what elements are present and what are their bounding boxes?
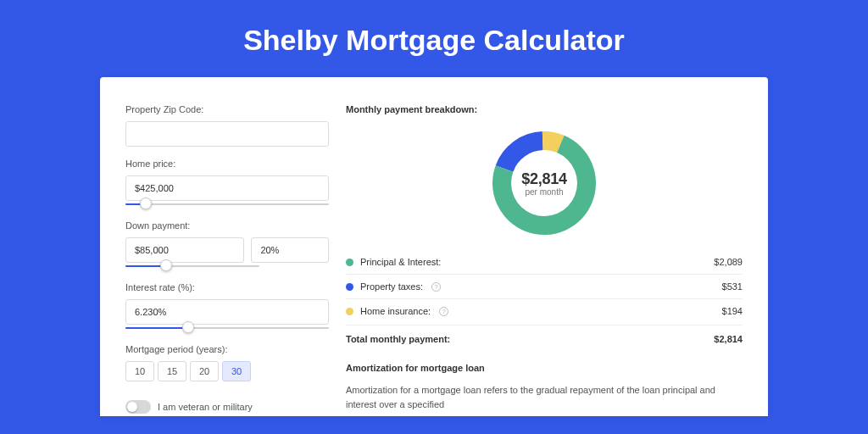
input-panel: Property Zip Code: Home price: Down paym… [125,104,329,416]
slider-thumb[interactable] [182,321,194,333]
legend: Principal & Interest:$2,089Property taxe… [346,250,743,323]
slider-thumb[interactable] [160,259,172,271]
legend-left: Home insurance:? [346,306,448,316]
legend-left: Principal & Interest: [346,257,441,267]
down-payment-slider[interactable] [125,262,259,270]
legend-value: $2,089 [714,257,743,267]
interest-slider[interactable] [125,324,329,332]
donut-amount: $2,814 [521,170,566,188]
period-option-10[interactable]: 10 [125,361,154,381]
legend-row: Property taxes:?$531 [346,275,743,299]
total-label: Total monthly payment: [346,334,450,344]
zip-field-group: Property Zip Code: [125,104,329,147]
legend-dot-icon [346,283,353,291]
period-label: Mortgage period (years): [125,344,329,354]
interest-input[interactable] [125,299,329,325]
period-field-group: Mortgage period (years): 10152030 [125,344,329,381]
legend-value: $194 [722,306,743,316]
slider-fill [125,327,188,329]
legend-label: Home insurance: [360,306,431,316]
donut-center: $2,814 per month [492,131,596,235]
breakdown-heading: Monthly payment breakdown: [346,104,743,114]
down-payment-percent-input[interactable] [251,237,329,263]
zip-input[interactable] [125,121,329,147]
veteran-label: I am veteran or military [158,402,253,412]
home-price-field-group: Home price: [125,159,329,209]
home-price-input[interactable] [125,175,329,201]
page-title: Shelby Mortgage Calculator [0,0,868,77]
calculator-card: Property Zip Code: Home price: Down paym… [100,77,768,416]
legend-value: $531 [722,281,743,292]
interest-label: Interest rate (%): [125,282,329,292]
legend-dot-icon [346,259,353,266]
amortization-heading: Amortization for mortgage loan [346,363,743,373]
legend-left: Property taxes:? [346,281,441,292]
legend-label: Property taxes: [360,281,423,292]
legend-dot-icon [346,308,353,315]
period-option-30[interactable]: 30 [222,361,251,381]
amortization-desc: Amortization for a mortgage loan refers … [346,383,743,411]
home-price-label: Home price: [125,159,329,169]
down-payment-label: Down payment: [125,220,329,231]
veteran-toggle[interactable] [125,400,151,414]
amortization-section: Amortization for mortgage loan Amortizat… [346,363,743,411]
slider-track [125,203,329,205]
legend-row: Home insurance:?$194 [346,299,743,323]
down-payment-field-group: Down payment: [125,220,329,270]
period-option-20[interactable]: 20 [190,361,219,381]
down-payment-amount-input[interactable] [125,237,244,263]
veteran-row: I am veteran or military [125,400,329,414]
help-icon[interactable]: ? [439,307,448,316]
total-value: $2,814 [714,334,743,344]
down-payment-row [125,237,329,263]
interest-field-group: Interest rate (%): [125,282,329,332]
donut-sub: per month [525,187,563,197]
period-options: 10152030 [125,361,329,381]
period-option-15[interactable]: 15 [158,361,186,381]
donut-wrap: $2,814 per month [346,125,743,250]
zip-label: Property Zip Code: [125,104,329,114]
legend-row: Principal & Interest:$2,089 [346,250,743,275]
total-row: Total monthly payment: $2,814 [346,325,743,344]
breakdown-panel: Monthly payment breakdown: $2,814 per mo… [346,104,743,416]
legend-label: Principal & Interest: [360,257,441,267]
slider-thumb[interactable] [140,198,152,209]
help-icon[interactable]: ? [431,282,441,292]
home-price-slider[interactable] [125,200,329,209]
donut-chart: $2,814 per month [492,131,596,235]
